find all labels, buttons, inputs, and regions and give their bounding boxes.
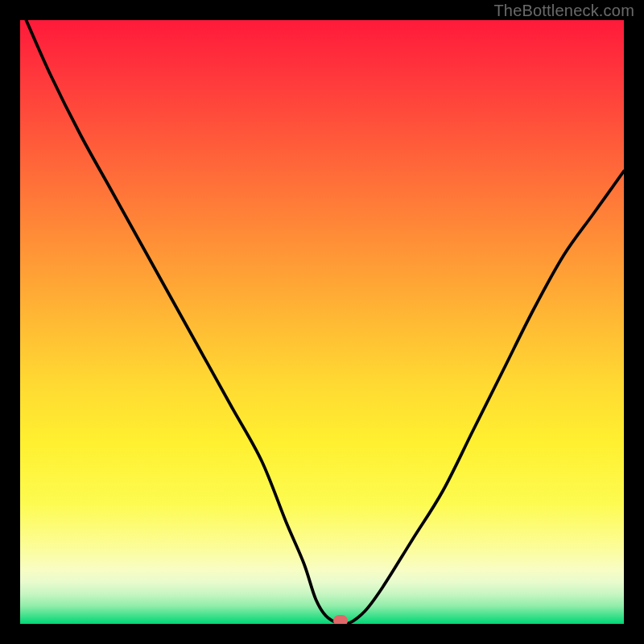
attribution-text: TheBottleneck.com	[493, 2, 634, 20]
optimal-point-marker	[333, 615, 348, 624]
bottleneck-curve-svg	[20, 20, 624, 624]
chart-frame: TheBottleneck.com	[0, 0, 644, 644]
bottleneck-curve-path	[27, 20, 625, 624]
plot-area	[20, 20, 624, 624]
